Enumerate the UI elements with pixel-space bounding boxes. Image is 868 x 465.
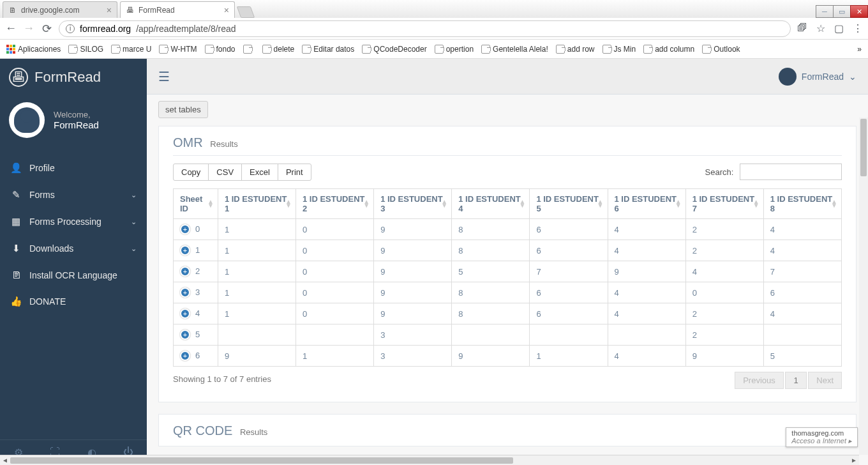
vertical-scrollbar[interactable]	[859, 118, 868, 455]
bookmark-item[interactable]: Gentelella Alela!	[481, 45, 548, 54]
username: FormRead	[54, 119, 99, 130]
download-icon: ⬇	[10, 243, 22, 254]
bookmark-item[interactable]: fondo	[205, 45, 236, 54]
file-icon	[262, 45, 271, 54]
avatar	[779, 68, 797, 86]
bookmark-star-icon[interactable]: ☆	[816, 22, 825, 34]
column-header[interactable]: 1 ID ESTUDENT 7▲▼	[685, 189, 763, 219]
bookmark-item[interactable]: W-HTM	[159, 45, 197, 54]
column-header[interactable]: 1 ID ESTUDENT 1▲▼	[218, 189, 296, 219]
bookmark-item[interactable]: add column	[643, 45, 694, 54]
site-info-icon[interactable]: i	[66, 24, 75, 33]
bookmark-item[interactable]: Editar datos	[302, 45, 354, 54]
table-cell: 1	[218, 303, 296, 324]
chrome-menu-icon[interactable]: ⋮	[853, 22, 863, 34]
copy-button[interactable]: Copy	[173, 164, 209, 181]
table-cell	[530, 324, 608, 346]
cast-icon[interactable]: ▢	[834, 22, 844, 34]
table-row: +691391495	[174, 346, 842, 367]
close-icon[interactable]: ×	[224, 5, 229, 15]
main-content: ☰ FormRead ⌄ set tables OMR Results Copy	[147, 59, 868, 465]
bookmark-item[interactable]: Outlook	[702, 45, 740, 54]
sidebar-item-install-ocr[interactable]: 🖹Install OCR Language	[0, 262, 147, 288]
column-header[interactable]: Sheet ID▲▼	[174, 189, 218, 219]
table-row: +110986424	[174, 240, 842, 261]
window-maximize-button[interactable]: ▭	[833, 5, 851, 18]
expand-row-button[interactable]: +	[180, 245, 190, 255]
url-input[interactable]: i formread.org/app/readtemplate/8/read	[59, 20, 791, 37]
column-header[interactable]: 1 ID ESTUDENT 6▲▼	[608, 189, 685, 219]
column-header[interactable]: 1 ID ESTUDENT 8▲▼	[763, 189, 841, 219]
expand-row-button[interactable]: +	[180, 224, 190, 234]
omr-panel: OMR Results Copy CSV Excel Print Search:	[158, 126, 857, 402]
close-icon[interactable]: ×	[107, 5, 112, 15]
expand-row-button[interactable]: +	[180, 266, 190, 277]
table-row: +410986424	[174, 303, 842, 324]
column-header[interactable]: 1 ID ESTUDENT 2▲▼	[296, 189, 374, 219]
sort-icon: ▲▼	[597, 200, 604, 208]
expand-row-button[interactable]: +	[180, 330, 190, 340]
brand[interactable]: 🖶 FormRead	[0, 59, 147, 98]
browser-tab-1[interactable]: 🖶 FormRead ×	[120, 1, 235, 18]
sidebar-item-donate[interactable]: 👍DONATE	[0, 288, 147, 315]
table-cell	[218, 324, 296, 346]
bookmarks-overflow-button[interactable]: »	[857, 45, 862, 54]
table-cell: 6	[530, 240, 608, 261]
user-dropdown[interactable]: FormRead ⌄	[779, 68, 857, 86]
sidebar-item-downloads[interactable]: ⬇Downloads⌄	[0, 235, 147, 262]
table-cell: 8	[452, 240, 530, 261]
tooltip-line1: thomasgreg.com	[791, 429, 852, 437]
print-button[interactable]: Print	[278, 164, 311, 181]
bookmark-item[interactable]	[243, 45, 255, 54]
expand-row-button[interactable]: +	[180, 287, 190, 298]
table-cell: +2	[174, 261, 218, 282]
column-header[interactable]: 1 ID ESTUDENT 5▲▼	[530, 189, 608, 219]
set-tables-button[interactable]: set tables	[158, 101, 208, 118]
table-cell: 4	[763, 303, 841, 324]
column-header[interactable]: 1 ID ESTUDENT 4▲▼	[452, 189, 530, 219]
column-header[interactable]: 1 ID ESTUDENT 3▲▼	[374, 189, 452, 219]
bookmark-item[interactable]: QCodeDecoder	[362, 45, 426, 54]
expand-row-button[interactable]: +	[180, 351, 190, 361]
back-button[interactable]: ←	[5, 22, 17, 35]
menu-toggle-button[interactable]: ☰	[158, 69, 170, 84]
sidebar-item-forms-processing[interactable]: ▦Forms Processing⌄	[0, 208, 147, 235]
bookmark-item[interactable]: marce U	[111, 45, 151, 54]
bookmark-item[interactable]: delete	[262, 45, 295, 54]
forward-button[interactable]: →	[23, 22, 34, 35]
bookmark-item[interactable]: SILOG	[68, 45, 103, 54]
sidebar-item-profile[interactable]: 👤Profile	[0, 155, 147, 181]
table-cell: 5	[452, 261, 530, 282]
bookmarks-bar: Aplicaciones SILOG marce U W-HTM fondo d…	[0, 40, 868, 59]
table-cell: 4	[685, 261, 763, 282]
table-row: +210957947	[174, 261, 842, 282]
file-icon: 🗎	[8, 6, 17, 15]
window-close-button[interactable]: ✕	[850, 5, 868, 18]
expand-row-button[interactable]: +	[180, 309, 190, 319]
apps-button[interactable]: Aplicaciones	[6, 45, 61, 54]
csv-button[interactable]: CSV	[208, 164, 242, 181]
bookmark-item[interactable]: opertion	[435, 45, 474, 54]
excel-button[interactable]: Excel	[241, 164, 278, 181]
window-minimize-button[interactable]: ─	[816, 5, 834, 18]
horizontal-scrollbar[interactable]: ◄►	[0, 455, 859, 465]
search-input[interactable]	[740, 164, 842, 180]
translate-icon[interactable]: 🗊	[797, 22, 807, 34]
new-tab-button[interactable]	[237, 6, 255, 18]
bookmark-item[interactable]: Js Min	[602, 45, 636, 54]
file-icon	[602, 45, 611, 54]
page-1-button[interactable]: 1	[785, 372, 806, 389]
table-cell: 4	[763, 240, 841, 261]
bookmark-item[interactable]: add row	[556, 45, 595, 54]
sidebar-item-forms[interactable]: ✎Forms⌄	[0, 181, 147, 208]
next-button[interactable]: Next	[808, 372, 842, 389]
table-cell: 4	[608, 219, 685, 240]
reload-button[interactable]: ⟳	[41, 22, 52, 36]
table-cell: +6	[174, 346, 218, 367]
sort-icon: ▲▼	[519, 200, 525, 208]
browser-tab-0[interactable]: 🗎 drive.google.com ×	[3, 1, 117, 18]
sort-icon: ▲▼	[285, 200, 292, 208]
previous-button[interactable]: Previous	[735, 372, 784, 389]
export-buttons: Copy CSV Excel Print	[173, 164, 311, 181]
table-cell: 6	[530, 282, 608, 303]
